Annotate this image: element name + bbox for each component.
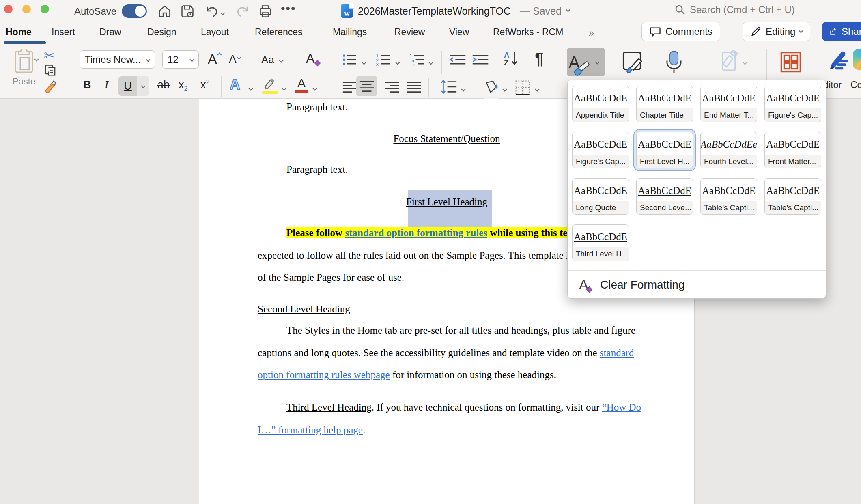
doc-hyperlink[interactable]: option formatting rules webpage — [258, 369, 390, 380]
search-input[interactable]: Search (Cmd + Ctrl + U) — [674, 4, 795, 15]
style-tile-end-matter-t-[interactable]: AaBbCcDdEEnd Matter T... — [700, 86, 757, 122]
home-icon[interactable] — [157, 4, 172, 19]
style-tile-chapter-title[interactable]: AaBbCcDdEChapter Title — [636, 86, 693, 122]
save-icon[interactable] — [180, 4, 195, 19]
font-color-button[interactable]: A — [295, 76, 308, 93]
doc-hyperlink[interactable]: standard option formatting rules — [345, 227, 487, 238]
tab-draw[interactable]: Draw — [99, 27, 121, 38]
doc-hyperlink[interactable]: I…” formatting help page — [258, 424, 363, 435]
multilevel-list-button[interactable]: 1ai — [409, 53, 425, 67]
justify-button[interactable] — [406, 80, 422, 93]
style-tile-third-level-h-[interactable]: AaBbCcDdEThird Level H... — [572, 224, 629, 261]
decrease-indent-button[interactable] — [449, 53, 467, 67]
text-effects-chevron[interactable] — [249, 84, 252, 92]
tab-overflow-chevron[interactable]: » — [588, 27, 594, 39]
align-right-button[interactable] — [384, 80, 400, 93]
share-button[interactable]: Share — [822, 22, 861, 41]
sensitivity-chevron[interactable] — [743, 58, 747, 66]
multilevel-list-chevron[interactable] — [429, 58, 433, 66]
document-title[interactable]: 2026MasterTemplateWorkingTOC — [358, 5, 511, 17]
tab-review[interactable]: Review — [394, 27, 425, 38]
increase-indent-button[interactable] — [471, 53, 489, 67]
doc-hyperlink[interactable]: “How Do — [602, 402, 641, 413]
cut-icon[interactable]: ✂ — [44, 48, 55, 63]
change-case-button[interactable]: Aa — [261, 54, 283, 66]
clear-formatting-menu-item[interactable]: A Clear Formatting — [579, 277, 685, 293]
editing-mode-button[interactable]: Editing — [743, 22, 810, 41]
sort-button[interactable]: AZ — [504, 51, 518, 67]
shading-chevron[interactable] — [503, 85, 506, 93]
undo-icon[interactable] — [204, 4, 219, 19]
copy-icon[interactable] — [44, 63, 58, 77]
style-tile-front-matter-[interactable]: AaBbCcDdEFront Matter... — [764, 132, 821, 168]
minimize-window-button[interactable] — [22, 5, 31, 13]
tab-home[interactable]: Home — [6, 27, 32, 38]
format-painter-icon[interactable] — [43, 79, 58, 96]
highlight-color-chevron[interactable] — [282, 84, 286, 92]
more-commands-icon[interactable]: ••• — [281, 2, 296, 15]
dictate-button[interactable] — [664, 50, 684, 76]
sensitivity-button[interactable] — [719, 50, 742, 75]
doc-hyperlink[interactable]: standard — [600, 347, 634, 358]
subscript-button[interactable]: x2 — [179, 79, 187, 93]
style-tile-fourth-level-[interactable]: AaBbCcDdEeFourth Level... — [700, 132, 757, 168]
title-menu-chevron[interactable] — [566, 7, 570, 12]
bold-button[interactable]: B — [83, 79, 91, 91]
text-effects-button[interactable]: A — [230, 76, 240, 93]
italic-button[interactable]: I — [105, 79, 108, 91]
style-tile-figure-s-cap-[interactable]: AaBbCcDdEFigure's Cap... — [572, 132, 629, 168]
align-center-button[interactable] — [356, 76, 377, 96]
style-tile-long-quote[interactable]: AaBbCcDdELong Quote — [572, 178, 629, 215]
close-window-button[interactable] — [4, 5, 13, 13]
editor-icon[interactable] — [826, 49, 850, 75]
borders-chevron[interactable] — [536, 85, 539, 93]
editing-label: Editing — [766, 26, 795, 37]
underline-button[interactable]: U — [118, 76, 149, 96]
tab-layout[interactable]: Layout — [201, 27, 229, 38]
paste-button[interactable]: Paste — [6, 49, 41, 87]
numbered-list-button[interactable]: 123 — [375, 53, 392, 67]
tab-view[interactable]: View — [449, 27, 469, 38]
styles-pane-button[interactable] — [622, 50, 644, 75]
shading-button[interactable] — [484, 80, 500, 99]
show-paragraph-marks-button[interactable]: ¶ — [535, 50, 543, 68]
style-tile-table-s-capti-[interactable]: AaBbCcDdETable's Capti... — [700, 178, 757, 215]
strikethrough-button[interactable]: ab — [157, 79, 170, 91]
tab-refworks-rcm[interactable]: RefWorks - RCM — [493, 27, 563, 38]
grow-font-button[interactable]: A — [208, 51, 220, 67]
font-name-select[interactable]: Times New... — [80, 50, 155, 69]
undo-menu-chevron[interactable] — [221, 9, 224, 16]
print-icon[interactable] — [258, 4, 273, 19]
style-tile-appendix-title[interactable]: AaBbCcDdEAppendix Title — [572, 86, 629, 122]
paste-options-chevron[interactable] — [35, 55, 38, 62]
clear-formatting-button[interactable]: A — [306, 51, 320, 66]
text-highlight-button[interactable] — [262, 77, 278, 94]
line-spacing-button[interactable] — [440, 80, 458, 94]
style-tile-second-leve-[interactable]: AaBbCcDdESecond Leve... — [636, 178, 693, 215]
tab-references[interactable]: References — [255, 27, 303, 38]
svg-text:1: 1 — [410, 53, 412, 58]
tab-mailings[interactable]: Mailings — [333, 27, 367, 38]
copilot-icon[interactable] — [853, 49, 861, 70]
numbered-list-chevron[interactable] — [396, 58, 399, 66]
tab-design[interactable]: Design — [147, 27, 177, 38]
comments-button[interactable]: Comments — [641, 22, 720, 41]
style-tile-first-level-h-[interactable]: AaBbCcDdEFirst Level H... — [636, 132, 693, 168]
borders-button[interactable] — [514, 80, 531, 97]
underline-options-chevron[interactable] — [137, 76, 149, 96]
line-spacing-chevron[interactable] — [462, 85, 465, 93]
zoom-window-button[interactable] — [41, 5, 49, 13]
style-tile-table-s-capti-[interactable]: AaBbCcDdETable's Capti... — [764, 178, 821, 215]
font-color-chevron[interactable] — [313, 84, 316, 92]
bullet-list-button[interactable] — [342, 53, 358, 67]
styles-gallery-button[interactable]: A — [567, 48, 605, 76]
autosave-toggle[interactable] — [122, 4, 147, 18]
style-tile-figure-s-cap-[interactable]: AaBbCcDdEFigure's Cap... — [764, 86, 821, 122]
shrink-font-button[interactable]: A — [229, 53, 240, 66]
font-size-select[interactable]: 12 — [162, 50, 199, 69]
superscript-button[interactable]: x2 — [200, 79, 209, 91]
align-left-button[interactable] — [342, 80, 358, 93]
bullet-list-chevron[interactable] — [362, 58, 366, 66]
grid-addin-icon[interactable] — [780, 51, 802, 75]
tab-insert[interactable]: Insert — [52, 27, 75, 38]
